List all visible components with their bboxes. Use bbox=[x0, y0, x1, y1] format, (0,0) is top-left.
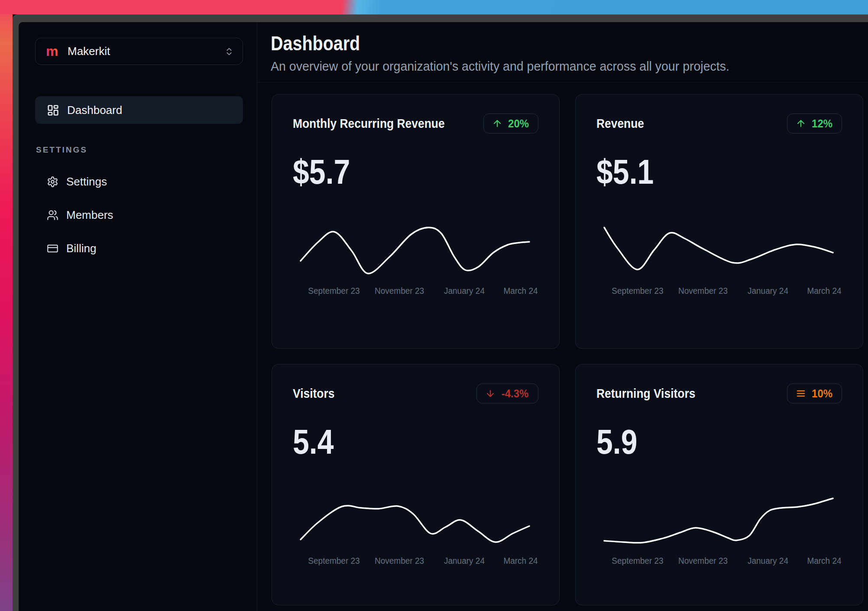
card-title: Monthly Recurring Revenue bbox=[293, 116, 445, 131]
trend-value: -4.3% bbox=[502, 387, 528, 400]
x-axis-label: January 24 bbox=[444, 286, 485, 296]
gear-icon bbox=[47, 176, 58, 188]
sparkline-chart: September 23 November 23 January 24 Marc… bbox=[301, 224, 529, 297]
trend-value: 20% bbox=[508, 117, 529, 130]
page-header: Dashboard An overview of your organizati… bbox=[257, 22, 868, 82]
credit-card-icon bbox=[47, 243, 58, 254]
metric-value: $5.7 bbox=[293, 154, 502, 190]
sidebar: m Makerkit Dashboard SETTI bbox=[19, 22, 257, 611]
trend-badge: -4.3% bbox=[476, 384, 538, 403]
sidebar-section-label: SETTINGS bbox=[35, 145, 243, 155]
sidebar-item-settings[interactable]: Settings bbox=[35, 168, 243, 195]
card-title: Returning Visitors bbox=[596, 386, 695, 401]
sidebar-item-label: Members bbox=[66, 208, 113, 222]
x-axis-label: January 24 bbox=[748, 286, 788, 296]
logo-letter: m bbox=[46, 44, 58, 59]
sidebar-item-label: Dashboard bbox=[67, 104, 122, 117]
sidebar-item-label: Billing bbox=[66, 242, 96, 255]
equal-bars-icon bbox=[796, 388, 806, 399]
page-title: Dashboard bbox=[271, 31, 758, 55]
trend-value: 10% bbox=[812, 387, 832, 400]
trend-badge: 10% bbox=[787, 384, 842, 403]
metric-value: $5.1 bbox=[596, 154, 805, 190]
x-axis-label: March 24 bbox=[807, 556, 841, 566]
arrow-down-icon bbox=[485, 388, 496, 399]
layout-dashboard-icon bbox=[47, 104, 59, 117]
makerkit-logo-icon: m bbox=[45, 44, 60, 59]
x-axis-label: November 23 bbox=[678, 286, 728, 296]
app-window: m Makerkit Dashboard SETTI bbox=[19, 22, 868, 611]
card-title: Visitors bbox=[293, 386, 334, 401]
trend-value: 12% bbox=[812, 117, 832, 130]
x-axis-label: September 23 bbox=[612, 556, 663, 566]
metric-value: 5.9 bbox=[596, 424, 805, 460]
x-axis-label: March 24 bbox=[503, 556, 538, 566]
arrow-up-icon bbox=[796, 118, 806, 129]
sidebar-item-dashboard[interactable]: Dashboard bbox=[35, 96, 243, 124]
trend-badge: 12% bbox=[787, 114, 842, 133]
x-axis-label: November 23 bbox=[678, 556, 728, 566]
metric-card-mrr: Monthly Recurring Revenue 20% $5.7 Septe… bbox=[272, 94, 560, 349]
x-axis-label: March 24 bbox=[807, 286, 841, 296]
x-axis-label: January 24 bbox=[748, 556, 788, 566]
metric-card-returning-visitors: Returning Visitors 10% 5.9 September 23 … bbox=[575, 364, 863, 605]
sidebar-item-members[interactable]: Members bbox=[35, 201, 243, 229]
metric-card-revenue: Revenue 12% $5.1 September 23 November 2… bbox=[575, 94, 863, 349]
settings-nav: Settings Members Billing bbox=[35, 168, 243, 262]
trend-badge: 20% bbox=[483, 114, 538, 133]
users-icon bbox=[47, 209, 58, 221]
metric-card-visitors: Visitors -4.3% 5.4 September 23 November… bbox=[272, 364, 560, 605]
sidebar-item-billing[interactable]: Billing bbox=[35, 234, 243, 262]
desktop-wallpaper-left bbox=[0, 0, 13, 611]
workspace-name: Makerkit bbox=[68, 45, 217, 58]
page-subtitle: An overview of your organization's activ… bbox=[271, 59, 822, 74]
x-axis-label: March 24 bbox=[503, 286, 538, 296]
desktop-wallpaper-top bbox=[0, 0, 868, 14]
sidebar-item-label: Settings bbox=[66, 175, 107, 188]
x-axis-label: September 23 bbox=[612, 286, 663, 296]
x-axis-label: November 23 bbox=[375, 286, 424, 296]
sparkline-chart: September 23 November 23 January 24 Marc… bbox=[301, 494, 529, 567]
x-axis-label: January 24 bbox=[444, 556, 485, 566]
chevrons-up-down-icon bbox=[224, 47, 234, 56]
metric-value: 5.4 bbox=[293, 424, 502, 460]
x-axis-label: November 23 bbox=[375, 556, 424, 566]
workspace-selector[interactable]: m Makerkit bbox=[35, 38, 243, 65]
x-axis-label: September 23 bbox=[308, 286, 360, 296]
arrow-up-icon bbox=[492, 118, 502, 129]
x-axis-label: September 23 bbox=[308, 556, 360, 566]
main-panel: Dashboard An overview of your organizati… bbox=[257, 22, 868, 611]
card-title: Revenue bbox=[596, 116, 644, 131]
sparkline-chart: September 23 November 23 January 24 Marc… bbox=[604, 224, 833, 297]
sparkline-chart: September 23 November 23 January 24 Marc… bbox=[604, 494, 833, 567]
primary-nav: Dashboard bbox=[35, 96, 243, 124]
cards-grid: Monthly Recurring Revenue 20% $5.7 Septe… bbox=[257, 82, 868, 611]
